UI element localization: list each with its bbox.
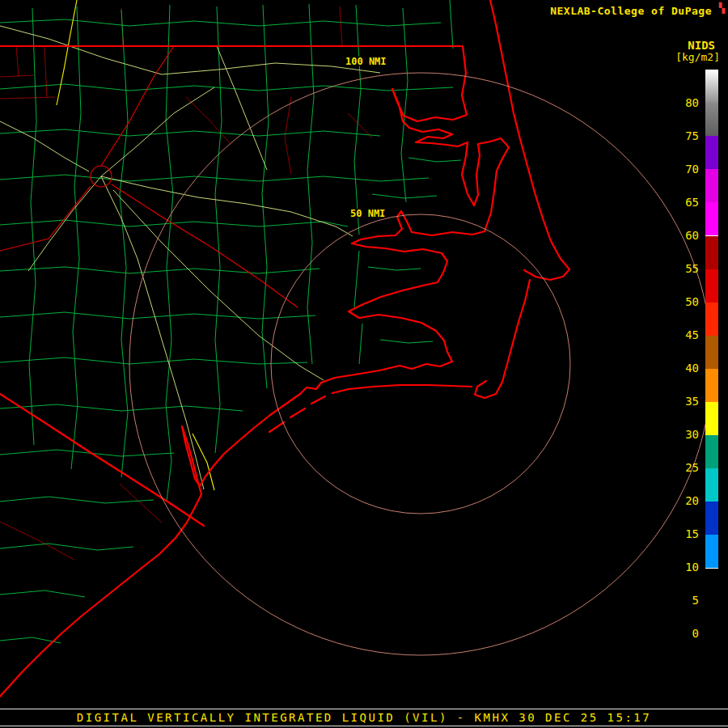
colorbar-segment — [705, 568, 718, 602]
colorbar-tick-label: 65 — [675, 197, 699, 208]
colorbar-tick-label: 40 — [675, 362, 699, 374]
colorbar-segment — [705, 303, 718, 336]
colorbar-segment — [705, 202, 718, 235]
colorbar-segment — [705, 336, 718, 369]
footer-divider-bottom — [0, 726, 728, 726]
colorbar-segment — [705, 235, 718, 269]
colorbar-segment — [705, 402, 718, 435]
colorbar-tick-label: 30 — [675, 429, 699, 440]
colorbar-segment — [705, 103, 718, 136]
range-ring-label-50: 50 NMI — [350, 208, 385, 219]
cod-logo-icon: ▚ — [719, 3, 725, 13]
colorbar-segment — [705, 635, 718, 668]
colorbar-tick-label: 25 — [675, 462, 699, 473]
colorbar-segment — [705, 535, 718, 568]
colorbar-segment — [705, 602, 718, 635]
footer-divider-top — [0, 709, 728, 709]
colorbar-segment — [705, 136, 718, 169]
colorbar-tick-label: 20 — [675, 495, 699, 506]
colorbar-tick-label: 15 — [675, 528, 699, 540]
product-title: DIGITAL VERTICALLY INTEGRATED LIQUID (VI… — [0, 711, 728, 724]
colorbar-segment — [705, 169, 718, 202]
colorbar-bar — [705, 70, 718, 668]
map-background — [0, 0, 728, 728]
product-label: NIDS — [688, 39, 715, 52]
colorbar-tick-label: 70 — [675, 163, 699, 175]
colorbar-tick-label: 75 — [675, 130, 699, 142]
colorbar-segment — [705, 269, 718, 303]
colorbar-tick-label: 50 — [675, 296, 699, 307]
colorbar-segment — [705, 70, 718, 103]
colorbar-segment — [705, 369, 718, 402]
colorbar-tick-label: 35 — [675, 396, 699, 407]
colorbar-tick-label: 0 — [675, 628, 699, 639]
radar-map: 100 NMI 50 NMI — [0, 0, 728, 728]
colorbar-segment — [705, 502, 718, 535]
colorbar-tick-label: 45 — [675, 329, 699, 341]
brand-text: NEXLAB-College of DuPage — [550, 5, 712, 17]
colorbar-segment — [705, 435, 718, 468]
colorbar-tick-label: 60 — [675, 230, 699, 241]
colorbar-segment — [705, 468, 718, 502]
colorbar-tick-label: 55 — [675, 263, 699, 274]
colorbar-tick-label: 5 — [675, 595, 699, 606]
colorbar-tick-label: 80 — [675, 97, 699, 108]
units-label: [kg/m2] — [675, 51, 720, 63]
range-ring-label-100: 100 NMI — [345, 56, 387, 67]
colorbar-tick-label: 10 — [675, 561, 699, 573]
